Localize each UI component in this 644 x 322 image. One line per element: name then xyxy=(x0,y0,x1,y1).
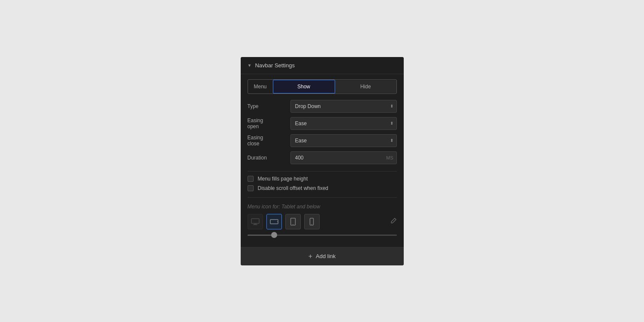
easing-open-select[interactable]: Ease Linear Ease In Ease Out Ease In Out xyxy=(290,117,397,130)
svg-rect-5 xyxy=(290,218,295,225)
easing-close-select-wrapper: Ease Linear Ease In Ease Out Ease In Out… xyxy=(290,134,397,147)
navbar-settings-panel: ▼ Navbar Settings Menu Show Hide Type Dr… xyxy=(241,57,404,265)
svg-rect-3 xyxy=(270,220,278,224)
type-label: Type xyxy=(248,103,290,109)
plus-icon: + xyxy=(308,253,312,260)
panel-title: Navbar Settings xyxy=(255,62,295,69)
duration-row: Duration MS xyxy=(248,151,397,164)
svg-point-8 xyxy=(311,224,312,225)
disable-scroll-label: Disable scroll offset when fixed xyxy=(258,185,329,191)
slider-fill xyxy=(248,235,275,236)
easing-open-select-wrapper: Ease Linear Ease In Ease Out Ease In Out… xyxy=(290,117,397,130)
tablet-portrait-icon[interactable] xyxy=(285,214,301,229)
chevron-icon: ▼ xyxy=(248,63,252,68)
divider xyxy=(248,171,397,172)
slider-row xyxy=(248,235,397,236)
type-row: Type Drop Down Slide In Full Screen ⬍ xyxy=(248,100,397,113)
easing-open-label: Easingopen xyxy=(248,117,290,129)
show-button[interactable]: Show xyxy=(273,80,335,93)
type-select-wrapper: Drop Down Slide In Full Screen ⬍ xyxy=(290,100,397,113)
add-link-label: Add link xyxy=(316,253,336,259)
tablet-landscape-icon[interactable] xyxy=(266,214,282,229)
add-link-button[interactable]: + Add link xyxy=(241,247,404,265)
easing-close-label: Easingclose xyxy=(248,135,290,147)
panel-header: ▼ Navbar Settings xyxy=(241,57,404,74)
desktop-icon[interactable] xyxy=(248,214,263,229)
menu-visibility-row: Menu Show Hide xyxy=(248,79,397,94)
slider-track xyxy=(248,235,397,236)
menu-icon-label: Menu icon for: Tablet and below xyxy=(248,204,397,210)
menu-icon-placeholder: Tablet and below xyxy=(281,204,320,210)
svg-rect-7 xyxy=(310,218,313,225)
menu-fills-checkbox[interactable] xyxy=(248,176,254,182)
svg-point-6 xyxy=(293,224,293,225)
easing-close-row: Easingclose Ease Linear Ease In Ease Out… xyxy=(248,134,397,147)
slider-thumb[interactable] xyxy=(271,232,277,238)
panel-body: Menu Show Hide Type Drop Down Slide In F… xyxy=(241,74,404,247)
easing-close-select[interactable]: Ease Linear Ease In Ease Out Ease In Out xyxy=(290,134,397,147)
mobile-icon[interactable] xyxy=(304,214,320,229)
duration-label: Duration xyxy=(248,155,290,161)
menu-icon-text: Menu icon for: xyxy=(248,204,280,210)
menu-fills-label: Menu fills page height xyxy=(258,176,308,182)
svg-point-4 xyxy=(277,221,278,222)
device-icons-row xyxy=(248,214,397,229)
disable-scroll-checkbox[interactable] xyxy=(248,185,254,191)
edit-icon[interactable] xyxy=(390,217,397,226)
menu-label: Menu xyxy=(248,80,273,93)
menu-fills-row: Menu fills page height xyxy=(248,176,397,182)
divider2 xyxy=(248,197,397,198)
svg-rect-0 xyxy=(251,219,259,223)
duration-input[interactable] xyxy=(290,151,397,164)
duration-wrapper: MS xyxy=(290,151,397,164)
easing-open-row: Easingopen Ease Linear Ease In Ease Out … xyxy=(248,117,397,130)
type-select[interactable]: Drop Down Slide In Full Screen xyxy=(290,100,397,113)
hide-button[interactable]: Hide xyxy=(335,80,396,93)
disable-scroll-row: Disable scroll offset when fixed xyxy=(248,185,397,191)
